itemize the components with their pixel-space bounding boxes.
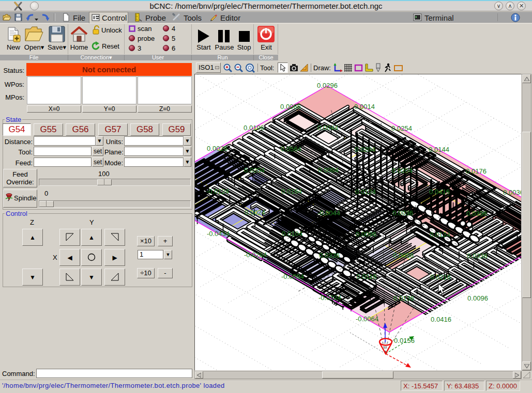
svg-text:0.0056: 0.0056 <box>393 251 414 259</box>
svg-text:-0.0284: -0.0284 <box>244 251 267 259</box>
svg-text:0.0176: 0.0176 <box>466 167 487 175</box>
svg-text:0.0084: 0.0084 <box>318 166 339 174</box>
svg-text:0.0416: 0.0416 <box>431 316 451 323</box>
svg-text:0.0164: 0.0164 <box>281 187 302 195</box>
svg-text:0.0416: 0.0416 <box>429 188 450 196</box>
svg-text:0.0124: 0.0124 <box>430 231 450 239</box>
svg-text:-0.0124: -0.0124 <box>206 187 229 195</box>
svg-text:-0.0064: -0.0064 <box>356 315 378 323</box>
svg-text:0.0036: 0.0036 <box>503 188 521 196</box>
svg-text:0.0014: 0.0014 <box>354 103 375 111</box>
svg-text:0.0024: 0.0024 <box>245 209 265 216</box>
svg-text:0.0216: 0.0216 <box>430 273 451 281</box>
svg-text:0.0136: 0.0136 <box>393 294 414 302</box>
svg-text:0.0066: 0.0066 <box>280 103 301 111</box>
svg-text:0.0204: 0.0204 <box>392 167 413 175</box>
svg-text:0.0106: 0.0106 <box>244 124 264 132</box>
svg-text:0.0036: 0.0036 <box>392 209 413 217</box>
svg-text:0.0116: 0.0116 <box>357 273 377 280</box>
svg-text:0.0336: 0.0336 <box>467 252 488 260</box>
svg-text:0.0296: 0.0296 <box>317 82 338 89</box>
svg-text:0.0096: 0.0096 <box>356 230 376 238</box>
svg-text:-0.0224: -0.0224 <box>318 294 341 302</box>
svg-text:0.0124: 0.0124 <box>355 188 376 196</box>
svg-text:0.0144: 0.0144 <box>429 146 449 153</box>
svg-text:0.0204: 0.0204 <box>244 166 265 174</box>
svg-text:0.0564: 0.0564 <box>281 145 301 153</box>
svg-text:0.0396: 0.0396 <box>466 210 487 217</box>
svg-text:-0.0094: -0.0094 <box>281 273 304 280</box>
svg-text:0.0044: 0.0044 <box>317 124 338 132</box>
svg-text:-0.0044: -0.0044 <box>317 209 340 217</box>
svg-text:0.0026: 0.0026 <box>207 145 227 152</box>
svg-text:0.0336: 0.0336 <box>319 251 340 259</box>
svg-text:0.0254: 0.0254 <box>391 124 412 132</box>
svg-text:0.0104: 0.0104 <box>282 230 302 238</box>
svg-text:0.0096: 0.0096 <box>467 294 488 302</box>
svg-text:0.0204: 0.0204 <box>355 146 375 153</box>
svg-text:-0.0434: -0.0434 <box>207 230 230 238</box>
